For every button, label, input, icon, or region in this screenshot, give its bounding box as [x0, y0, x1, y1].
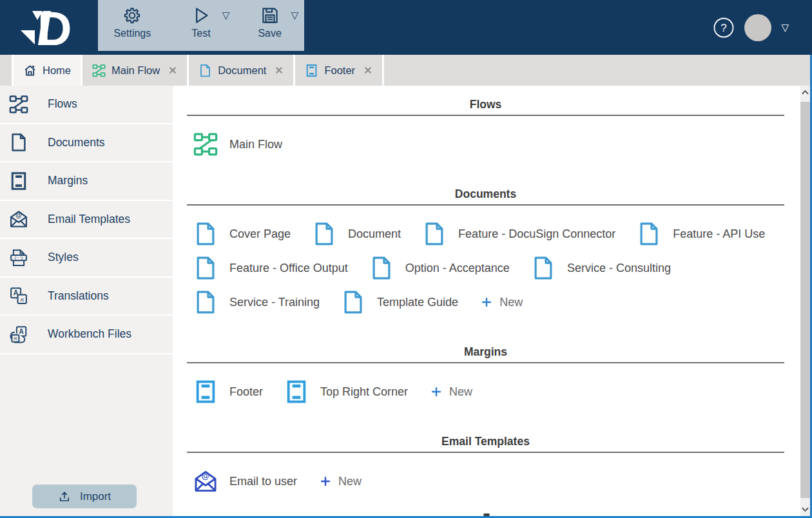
item-service-consulting[interactable]: Service - Consulting [531, 256, 671, 280]
item-label: Email to user [229, 475, 297, 488]
gear-icon [122, 6, 142, 25]
dropdown-caret-icon[interactable]: ▽ [291, 10, 298, 21]
item-row: Main Flow [193, 132, 784, 157]
tab-home[interactable]: Home [12, 55, 81, 86]
item-template-guide[interactable]: Template Guide [341, 290, 458, 314]
styles-icon: (···) [9, 248, 28, 267]
document-icon [369, 256, 394, 280]
import-button[interactable]: Import [32, 484, 137, 508]
lower-region: HomeMain FlowDocumentFooter FlowsDocumen… [0, 55, 812, 516]
scroll-up-icon[interactable] [800, 87, 810, 97]
help-icon[interactable]: ? [713, 17, 735, 39]
avatar[interactable] [744, 14, 771, 41]
sidebar-item-workbench-files[interactable]: AאWorkbench Files [0, 316, 173, 354]
sidebar-item-margins[interactable]: Margins [0, 162, 173, 201]
sidebar-item-styles[interactable]: (···)Styles [0, 239, 173, 278]
tab-label: Main Flow [111, 64, 160, 77]
item-top-right-corner[interactable]: Top Right Corner [284, 379, 408, 404]
dropdown-caret-icon[interactable]: ▽ [222, 10, 230, 21]
tab-main-flow[interactable]: Main Flow [81, 55, 187, 86]
item-main-flow[interactable]: Main Flow [193, 132, 282, 157]
sidebar-item-translations[interactable]: AאTranslations [0, 278, 173, 316]
document-icon [198, 64, 212, 77]
close-icon[interactable] [168, 66, 177, 75]
user-menu-caret-icon[interactable]: ▽ [781, 22, 789, 34]
document-icon [422, 222, 447, 246]
item-row: FooterTop Right CornerNew [193, 379, 784, 404]
svg-text:?: ? [721, 22, 727, 34]
sidebar-item-documents[interactable]: Documents [0, 124, 173, 163]
item-row: @Email to userNew [193, 469, 784, 494]
svg-text:@: @ [202, 472, 209, 481]
margin-icon [9, 171, 28, 191]
translations-icon: Aא [9, 286, 28, 305]
tab-label: Home [43, 64, 71, 77]
close-icon[interactable] [275, 66, 284, 75]
section-items: @Email to userNew [187, 453, 784, 512]
sidebar-item-flows[interactable]: Flows [0, 86, 173, 124]
app-window: D Settings▽Test▽Save ? ▽ HomeMain FlowDo… [0, 0, 812, 518]
item-row: Service - TrainingTemplate GuideNew [193, 290, 784, 314]
next-section-peek [484, 513, 490, 516]
toolbar-button-label: Test [191, 28, 210, 39]
document-icon [9, 133, 28, 152]
scroll-thumb[interactable] [800, 102, 810, 498]
toolbar-button-label: Save [258, 28, 281, 39]
close-icon[interactable] [363, 66, 372, 75]
email-icon: @ [193, 469, 218, 494]
item-label: Top Right Corner [320, 385, 408, 399]
vertical-scrollbar[interactable] [800, 86, 810, 516]
item-label: Cover Page [229, 227, 291, 241]
new-button[interactable]: New [429, 385, 472, 399]
section-items: Cover PageDocumentFeature - DocuSign Con… [187, 206, 784, 333]
topbar-right: ? ▽ [713, 14, 812, 41]
test-button[interactable]: ▽Test [167, 0, 236, 51]
home-icon [23, 64, 37, 77]
sidebar-item-label: Styles [48, 251, 79, 264]
item-feature-docusign-connector[interactable]: Feature - DocuSign Connector [422, 222, 615, 246]
settings-button[interactable]: Settings [98, 0, 167, 51]
section-flows: FlowsMain Flow [187, 86, 784, 175]
item-label: Main Flow [229, 138, 282, 151]
item-label: Feature - DocuSign Connector [458, 227, 615, 241]
section-heading: Email Templates [187, 423, 784, 452]
section-margins: MarginsFooterTop Right CornerNew [187, 333, 784, 423]
svg-text:(···): (···) [15, 254, 23, 260]
item-option-acceptance[interactable]: Option - Acceptance [369, 256, 510, 280]
item-label: Feature - Office Output [229, 262, 348, 275]
new-button-label: New [449, 385, 472, 399]
svg-text:א: א [21, 296, 24, 303]
content-area: FlowsMain FlowDocumentsCover PageDocumen… [173, 86, 800, 516]
document-icon [193, 290, 218, 314]
flow-icon [193, 132, 218, 157]
tab-footer[interactable]: Footer [293, 55, 384, 86]
document-icon [637, 222, 661, 246]
new-button-label: New [499, 296, 523, 309]
plus-icon [479, 295, 494, 309]
sidebar-item-label: Email Templates [48, 213, 130, 226]
item-cover-page[interactable]: Cover Page [193, 222, 291, 246]
item-footer[interactable]: Footer [193, 379, 263, 404]
scroll-down-icon[interactable] [800, 504, 810, 515]
new-button[interactable]: New [479, 295, 523, 309]
item-label: Service - Consulting [567, 262, 671, 275]
item-service-training[interactable]: Service - Training [193, 290, 320, 314]
item-email-to-user[interactable]: @Email to user [193, 469, 297, 494]
sidebar-item-label: Flows [48, 97, 77, 111]
item-row: Feature - Office OutputOption - Acceptan… [193, 256, 784, 280]
save-button[interactable]: ▽Save [235, 0, 304, 51]
flow-icon [92, 64, 106, 77]
document-icon [193, 256, 218, 280]
section-items: FooterTop Right CornerNew [187, 363, 784, 423]
item-feature-office-output[interactable]: Feature - Office Output [193, 256, 348, 280]
item-document[interactable]: Document [312, 222, 401, 246]
new-button[interactable]: New [318, 474, 362, 488]
import-button-label: Import [80, 490, 111, 503]
sidebar: FlowsDocumentsMargins@Email Templates(··… [0, 86, 173, 516]
item-feature-api-use[interactable]: Feature - API Use [637, 222, 765, 246]
top-bar: D Settings▽Test▽Save ? ▽ [0, 0, 812, 55]
main-region: FlowsDocumentsMargins@Email Templates(··… [0, 86, 810, 516]
tab-document[interactable]: Document [187, 55, 293, 86]
sidebar-item-email-templates[interactable]: @Email Templates [0, 201, 173, 240]
item-label: Option - Acceptance [405, 262, 510, 275]
